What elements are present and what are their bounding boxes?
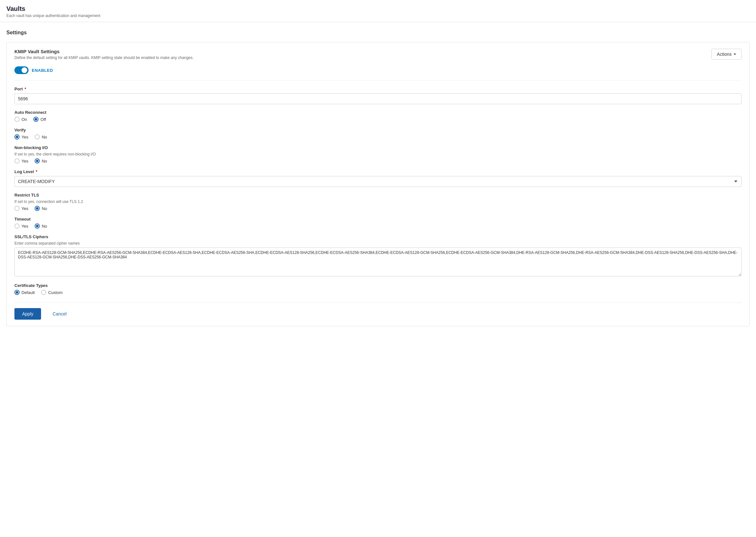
non-blocking-no-radio — [35, 158, 40, 163]
auto-reconnect-on-radio — [15, 117, 20, 122]
auto-reconnect-radio-group: On Off — [15, 117, 741, 122]
log-level-label: Log Level * — [15, 169, 741, 174]
section-header: KMIP Vault Settings Define the default s… — [15, 49, 741, 60]
kmip-settings-card: KMIP Vault Settings Define the default s… — [6, 42, 750, 326]
timeout-yes-radio — [15, 224, 20, 228]
actions-label: Actions — [717, 52, 732, 57]
non-blocking-no-option[interactable]: No — [35, 158, 47, 163]
timeout-no-label: No — [42, 224, 47, 228]
divider-1 — [15, 80, 741, 81]
page-subtitle: Each vault has unique authentication and… — [6, 14, 750, 18]
cert-custom-radio — [41, 290, 46, 295]
non-blocking-io-label: Non-blocking I/O — [15, 145, 741, 150]
timeout-no-radio — [35, 224, 40, 228]
timeout-group: Timeout Yes No — [15, 217, 741, 228]
verify-no-radio — [35, 134, 40, 140]
timeout-radio-group: Yes No — [15, 224, 741, 228]
toggle-state-label: ENABLED — [32, 68, 53, 73]
settings-heading: Settings — [6, 30, 750, 36]
restrict-tls-group: Restrict TLS If set to yes, connection w… — [15, 193, 741, 211]
verify-no-label: No — [42, 135, 47, 140]
auto-reconnect-off-label: Off — [40, 117, 46, 122]
chevron-down-icon — [734, 54, 736, 55]
certificate-types-group: Certificate Types Default Custom — [15, 283, 741, 295]
port-input[interactable] — [15, 93, 741, 104]
main-content: Settings KMIP Vault Settings Define the … — [0, 22, 756, 341]
restrict-tls-yes-option[interactable]: Yes — [15, 206, 28, 211]
auto-reconnect-on-option[interactable]: On — [15, 117, 27, 122]
auto-reconnect-on-label: On — [22, 117, 27, 122]
auto-reconnect-group: Auto Reconnect On Off — [15, 110, 741, 122]
ssl-tls-ciphers-textarea[interactable]: ECDHE-RSA-AES128-GCM-SHA256,ECDHE-RSA-AE… — [15, 247, 741, 276]
cancel-button[interactable]: Cancel — [45, 308, 74, 320]
certificate-types-label: Certificate Types — [15, 283, 741, 288]
verify-radio-group: Yes No — [15, 134, 741, 140]
auto-reconnect-off-option[interactable]: Off — [33, 117, 46, 122]
page-header: Vaults Each vault has unique authenticat… — [0, 0, 756, 22]
non-blocking-no-label: No — [42, 159, 47, 163]
log-level-required-star: * — [35, 169, 37, 174]
cert-default-radio — [15, 290, 20, 295]
cert-custom-label: Custom — [48, 290, 63, 295]
restrict-tls-yes-label: Yes — [22, 206, 28, 211]
section-title-block: KMIP Vault Settings Define the default s… — [15, 49, 194, 60]
section-description: Define the default setting for all KMIP … — [15, 56, 194, 60]
actions-button[interactable]: Actions — [711, 49, 741, 60]
page-title: Vaults — [6, 5, 750, 13]
verify-group: Verify Yes No — [15, 128, 741, 140]
non-blocking-io-group: Non-blocking I/O If set to yes, the clie… — [15, 145, 741, 163]
cert-default-label: Default — [22, 290, 35, 295]
restrict-tls-note: If set to yes, connection will use TLS 1… — [15, 199, 741, 204]
timeout-no-option[interactable]: No — [35, 224, 47, 228]
toggle-thumb — [22, 67, 27, 73]
ssl-tls-ciphers-group: SSL/TLS Ciphers Enter comma separated ci… — [15, 234, 741, 277]
button-row: Apply Cancel — [15, 303, 741, 320]
non-blocking-yes-radio — [15, 158, 20, 163]
non-blocking-yes-option[interactable]: Yes — [15, 158, 28, 163]
non-blocking-yes-label: Yes — [22, 159, 28, 163]
restrict-tls-yes-radio — [15, 206, 20, 211]
cert-custom-option[interactable]: Custom — [41, 290, 63, 295]
restrict-tls-no-label: No — [42, 206, 47, 211]
non-blocking-io-radio-group: Yes No — [15, 158, 741, 163]
verify-yes-option[interactable]: Yes — [15, 134, 28, 140]
timeout-label: Timeout — [15, 217, 741, 222]
timeout-yes-label: Yes — [22, 224, 28, 228]
section-title: KMIP Vault Settings — [15, 49, 194, 54]
port-label: Port * — [15, 87, 741, 91]
apply-button[interactable]: Apply — [15, 308, 41, 320]
verify-no-option[interactable]: No — [35, 134, 47, 140]
verify-yes-label: Yes — [22, 135, 28, 140]
ssl-tls-ciphers-note: Enter comma separated cipher names — [15, 241, 741, 246]
restrict-tls-no-radio — [35, 206, 40, 211]
verify-label: Verify — [15, 128, 741, 132]
enabled-toggle-container: ENABLED — [15, 66, 741, 74]
port-group: Port * — [15, 87, 741, 104]
cert-default-option[interactable]: Default — [15, 290, 35, 295]
auto-reconnect-label: Auto Reconnect — [15, 110, 741, 115]
verify-yes-radio — [15, 134, 20, 140]
restrict-tls-no-option[interactable]: No — [35, 206, 47, 211]
timeout-yes-option[interactable]: Yes — [15, 224, 28, 228]
enabled-toggle[interactable] — [15, 66, 28, 74]
log-level-select[interactable]: CREATE-MODIFY DEBUG INFO WARN ERROR — [15, 176, 741, 187]
ssl-tls-ciphers-label: SSL/TLS Ciphers — [15, 234, 741, 239]
certificate-types-radio-group: Default Custom — [15, 290, 741, 295]
port-required-star: * — [23, 87, 26, 91]
log-level-group: Log Level * CREATE-MODIFY DEBUG INFO WAR… — [15, 169, 741, 187]
auto-reconnect-off-radio — [33, 117, 38, 122]
restrict-tls-label: Restrict TLS — [15, 193, 741, 197]
toggle-track — [15, 66, 28, 74]
restrict-tls-radio-group: Yes No — [15, 206, 741, 211]
non-blocking-io-note: If set to yes, the client requires non-b… — [15, 152, 741, 156]
